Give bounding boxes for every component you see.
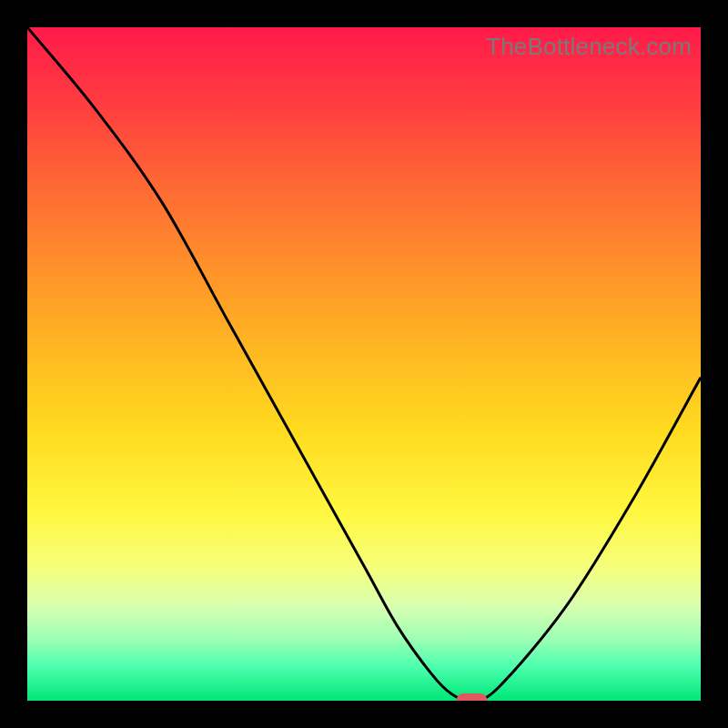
- chart-container: TheBottleneck.com: [0, 0, 728, 728]
- bottleneck-curve: [27, 27, 701, 701]
- chart-svg: [27, 27, 701, 701]
- plot-area: TheBottleneck.com: [27, 27, 701, 701]
- optimal-marker: [456, 693, 487, 701]
